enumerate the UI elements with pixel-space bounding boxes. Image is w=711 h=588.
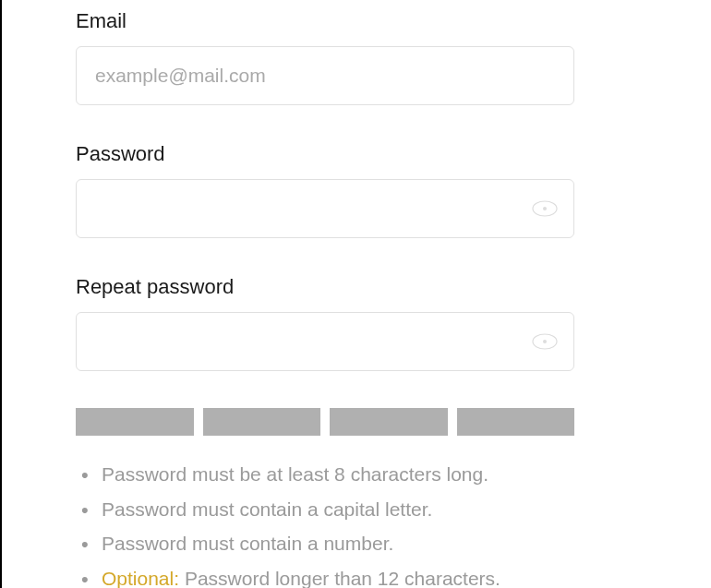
repeat-password-label: Repeat password: [76, 275, 574, 299]
password-field-group: Password: [76, 142, 574, 238]
password-label: Password: [76, 142, 574, 166]
rule-text: Password must contain a capital letter.: [102, 498, 432, 520]
strength-bar-1: [76, 408, 194, 436]
svg-point-3: [543, 340, 547, 343]
repeat-password-input[interactable]: [76, 312, 574, 371]
list-item: Password must contain a number.: [81, 529, 574, 558]
email-input-wrapper: [76, 46, 574, 105]
password-strength-meter: [76, 408, 574, 436]
password-rules-list: Password must be at least 8 characters l…: [76, 460, 574, 588]
rule-text: Password must be at least 8 characters l…: [102, 463, 488, 485]
list-item: Optional: Password longer than 12 charac…: [81, 564, 574, 589]
email-input[interactable]: [76, 46, 574, 105]
strength-bar-4: [457, 408, 575, 436]
svg-point-1: [543, 207, 547, 210]
password-visibility-toggle[interactable]: [532, 199, 558, 218]
email-field-group: Email: [76, 9, 574, 105]
repeat-password-input-wrapper: [76, 312, 574, 371]
list-item: Password must contain a capital letter.: [81, 495, 574, 524]
email-label: Email: [76, 9, 574, 33]
optional-tag: Optional:: [102, 568, 179, 589]
password-input-wrapper: [76, 179, 574, 238]
rule-text: Password must contain a number.: [102, 533, 393, 554]
repeat-password-visibility-toggle[interactable]: [532, 332, 558, 351]
password-input[interactable]: [76, 179, 574, 238]
list-item: Password must be at least 8 characters l…: [81, 460, 574, 489]
eye-icon: [532, 332, 558, 351]
strength-bar-2: [203, 408, 321, 436]
strength-bar-3: [330, 408, 448, 436]
eye-icon: [532, 199, 558, 218]
repeat-password-field-group: Repeat password: [76, 275, 574, 371]
rule-text: Password longer than 12 characters.: [179, 568, 500, 589]
